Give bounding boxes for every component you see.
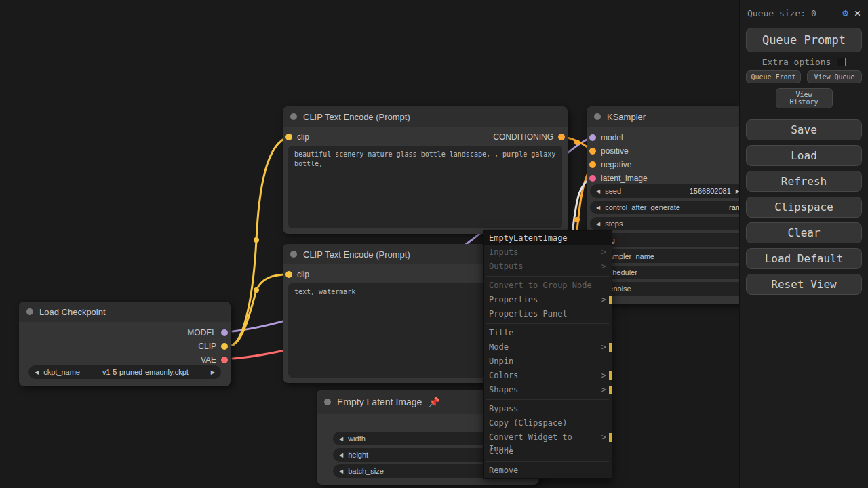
output-slot-conditioning[interactable]: CONDITIONING (493, 130, 565, 144)
menu-separator (486, 461, 609, 462)
slot-label: model (601, 133, 623, 142)
menu-item-mode[interactable]: Mode > (484, 340, 612, 354)
node-graph-canvas[interactable]: CLIP Text Encode (Prompt) clip CONDITION… (0, 0, 868, 488)
menu-item-shapes[interactable]: Shapes > (484, 383, 612, 397)
close-icon[interactable]: ✕ (854, 7, 861, 19)
input-slot-latent-image[interactable]: latent_image (589, 171, 648, 185)
node-title-bar[interactable]: CLIP Text Encode (Prompt) (283, 106, 568, 127)
collapse-dot-icon[interactable] (26, 308, 33, 315)
queue-actions-row: Queue Front View Queue (746, 70, 862, 83)
conditioning-slot-icon[interactable] (558, 134, 565, 140)
menu-item-outputs: Outputs > (484, 260, 612, 274)
input-slot-negative[interactable]: negative (589, 158, 631, 171)
view-history-button[interactable]: View History (776, 88, 833, 108)
node-title-bar[interactable]: Load Checkpoint (19, 302, 231, 322)
clip-link-wire-top (233, 137, 288, 345)
node-title: Load Checkpoint (39, 307, 106, 317)
clip-slot-icon[interactable] (285, 134, 292, 140)
latent-slot-icon[interactable] (589, 175, 596, 182)
cfg-widget[interactable]: ◀ cfg (590, 233, 746, 247)
conditioning-slot-icon[interactable] (589, 161, 596, 168)
output-slot-model[interactable]: MODEL (187, 326, 228, 340)
menu-item-convert-widget-to-input[interactable]: Convert Widget to Input > (484, 430, 612, 445)
model-slot-icon[interactable] (589, 134, 596, 141)
submenu-arrow-icon: > (601, 370, 606, 382)
context-menu: EmptyLatentImage Inputs > Outputs > Conv… (483, 230, 612, 479)
menu-separator (486, 323, 609, 324)
conditioning-slot-icon[interactable] (589, 148, 596, 155)
sampler-name-widget[interactable]: ◀ sampler_name (590, 249, 746, 263)
clear-button[interactable]: Clear (746, 222, 862, 243)
control-after-generate-widget[interactable]: ◀ control_after_generate ran (590, 201, 746, 214)
node-title: KSampler (607, 112, 646, 122)
right-arrow-icon[interactable]: ▶ (211, 369, 215, 375)
load-default-button[interactable]: Load Default (746, 248, 862, 269)
submenu-accent-bar (609, 343, 612, 352)
slot-label: CONDITIONING (493, 132, 553, 142)
scheduler-widget[interactable]: ◀ scheduler (590, 266, 746, 279)
widget-value: 1566802081 (690, 187, 731, 195)
denoise-widget[interactable]: ◀ denoise (590, 282, 746, 296)
widget-label: width (348, 434, 366, 443)
input-slot-clip[interactable]: clip (285, 268, 309, 281)
left-arrow-icon[interactable]: ◀ (339, 452, 343, 458)
collapse-dot-icon[interactable] (290, 113, 297, 120)
prompt-text-area[interactable]: beautiful scenery nature glass bottle la… (288, 146, 562, 228)
extra-options-checkbox[interactable] (837, 58, 846, 66)
gear-icon[interactable]: ⚙ (842, 7, 848, 19)
menu-item-remove[interactable]: Remove (484, 464, 612, 478)
load-button[interactable]: Load (746, 145, 862, 166)
link-dot (574, 140, 580, 145)
left-arrow-icon[interactable]: ◀ (596, 205, 600, 211)
left-arrow-icon[interactable]: ◀ (596, 221, 600, 227)
menu-item-unpin[interactable]: Unpin (484, 354, 612, 369)
input-slot-model[interactable]: model (589, 131, 623, 144)
collapse-dot-icon[interactable] (324, 399, 331, 405)
collapse-dot-icon[interactable] (594, 113, 601, 120)
collapse-dot-icon[interactable] (290, 251, 297, 258)
refresh-button[interactable]: Refresh (746, 171, 862, 192)
steps-widget[interactable]: ◀ steps (590, 217, 746, 230)
output-slot-vae[interactable]: VAE (201, 353, 228, 367)
input-slot-clip[interactable]: clip (285, 130, 309, 144)
left-arrow-icon[interactable]: ◀ (596, 188, 600, 195)
view-queue-button[interactable]: View Queue (807, 70, 862, 83)
submenu-arrow-icon: > (601, 384, 606, 396)
node-load-checkpoint[interactable]: Load Checkpoint MODEL CLIP VAE ◀ ckpt_na… (19, 302, 231, 386)
menu-item-clone[interactable]: Clone (484, 445, 612, 459)
input-slot-positive[interactable]: positive (589, 144, 629, 158)
left-arrow-icon[interactable]: ◀ (339, 436, 343, 442)
menu-item-colors[interactable]: Colors > (484, 369, 612, 383)
slot-label: CLIP (198, 342, 216, 351)
menu-item-inputs: Inputs > (484, 245, 612, 260)
queue-front-button[interactable]: Queue Front (746, 70, 801, 83)
panel-header: Queue size: 0 ⚙ ✕ (746, 4, 862, 23)
reset-view-button[interactable]: Reset View (746, 274, 862, 295)
queue-prompt-button[interactable]: Queue Prompt (746, 28, 862, 52)
slot-label: clip (297, 132, 309, 142)
clip-slot-icon[interactable] (221, 343, 228, 350)
menu-item-properties[interactable]: Properties > (484, 293, 612, 307)
submenu-accent-bar (609, 433, 612, 442)
ckpt-name-widget[interactable]: ◀ ckpt_name v1-5-pruned-emaonly.ckpt ▶ (28, 365, 221, 379)
node-title-bar[interactable]: KSampler (587, 106, 749, 127)
clipspace-button[interactable]: Clipspace (746, 197, 862, 218)
left-arrow-icon[interactable]: ◀ (339, 468, 343, 474)
output-slot-clip[interactable]: CLIP (198, 340, 228, 353)
submenu-arrow-icon: > (601, 432, 606, 443)
seed-widget[interactable]: ◀ seed 1566802081 ▶ (590, 184, 746, 198)
link-dot (254, 287, 259, 293)
save-button[interactable]: Save (746, 119, 862, 140)
clip-slot-icon[interactable] (285, 271, 292, 278)
menu-item-properties-panel[interactable]: Properties Panel (484, 307, 612, 321)
model-slot-icon[interactable] (221, 329, 228, 336)
slot-label: negative (601, 160, 631, 169)
menu-item-bypass[interactable]: Bypass (484, 402, 612, 416)
menu-separator (486, 399, 609, 400)
left-arrow-icon[interactable]: ◀ (35, 369, 39, 375)
node-clip-text-encode-positive[interactable]: CLIP Text Encode (Prompt) clip CONDITION… (283, 106, 568, 234)
menu-item-title[interactable]: Title (484, 326, 612, 340)
menu-item-copy-clipspace[interactable]: Copy (Clipspace) (484, 416, 612, 430)
vae-slot-icon[interactable] (221, 357, 228, 363)
submenu-accent-bar (609, 296, 612, 304)
